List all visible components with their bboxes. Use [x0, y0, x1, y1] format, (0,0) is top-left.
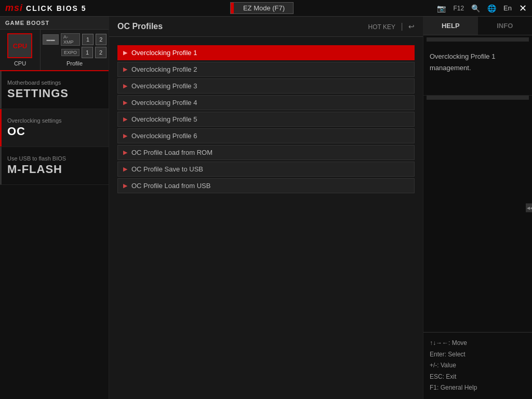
info-tab-label: INFO	[497, 22, 513, 30]
top-bar: msi CLICK BIOS 5 EZ Mode (F7) 📷 F12 🔍 🌐 …	[0, 0, 532, 17]
help-tab-label: HELP	[442, 22, 460, 30]
profile-label-6: Overclocking Profile 6	[131, 132, 197, 140]
back-icon[interactable]: ↩	[408, 22, 415, 31]
hot-key-label: HOT KEY	[368, 23, 395, 31]
cpu-label-text: CPU	[14, 60, 26, 66]
profile-label-load-rom: OC Profile Load from ROM	[131, 149, 212, 156]
arrow-6: ▶	[123, 132, 127, 139]
hot-key-area: HOT KEY | ↩	[368, 22, 415, 31]
app-logo: msi CLICK BIOS 5	[5, 3, 87, 14]
globe-icon[interactable]: 🌐	[487, 4, 496, 12]
info-tab[interactable]: INFO	[478, 17, 533, 35]
cpu-block[interactable]: CPU CPU	[0, 30, 41, 70]
f12-label: F12	[453, 5, 464, 12]
sidebar-item-mflash[interactable]: Use USB to flash BIOS M-FLASH	[0, 147, 109, 185]
right-panel: HELP INFO Overclocking Profile 1 managem…	[423, 17, 532, 399]
arrow-save-usb: ▶	[123, 166, 127, 172]
profiles-list: ▶ Overclocking Profile 1 ▶ Overclocking …	[109, 37, 423, 203]
profile-label-2: Overclocking Profile 2	[131, 65, 197, 73]
mflash-sub-label: Use USB to flash BIOS	[7, 155, 101, 162]
top-right-actions: 📷 F12 🔍 🌐 En ✕	[437, 3, 527, 14]
profile-label-3: Overclocking Profile 3	[131, 82, 197, 90]
help-content: Overclocking Profile 1 management.	[423, 44, 532, 96]
ez-mode-label: EZ Mode (F7)	[243, 4, 285, 12]
camera-icon[interactable]: 📷	[437, 4, 446, 12]
profile-item-6[interactable]: ▶ Overclocking Profile 6	[117, 128, 415, 143]
axmp-btn1[interactable]: 1	[82, 34, 93, 45]
axmp-btn2[interactable]: 2	[96, 34, 107, 45]
arrow-5: ▶	[123, 116, 127, 123]
profile-item-4[interactable]: ▶ Overclocking Profile 4	[117, 95, 415, 110]
profile-block: ▬▬ A-XMP 1 2 EXPO 1 2 Profile	[41, 30, 109, 70]
oc-profiles-header: OC Profiles HOT KEY | ↩	[109, 17, 423, 37]
sidebar-item-settings[interactable]: Motherboard settings SETTINGS	[0, 71, 109, 109]
help-info-tabs: HELP INFO	[423, 17, 532, 35]
help-tab[interactable]: HELP	[423, 17, 478, 35]
divider: |	[401, 22, 403, 31]
axmp-row: ▬▬ A-XMP 1 2	[43, 33, 107, 46]
help-footer: ↑↓→←: Move Enter: Select +/-: Value ESC:…	[423, 332, 532, 399]
profile-item-load-rom[interactable]: ▶ OC Profile Load from ROM	[117, 145, 415, 160]
oc-profiles-title: OC Profiles	[117, 22, 163, 31]
settings-sub-label: Motherboard settings	[7, 79, 101, 86]
footer-value: +/-: Value	[430, 360, 526, 371]
profile-item-load-usb[interactable]: ▶ OC Profile Load from USB	[117, 178, 415, 193]
profile-label-5: Overclocking Profile 5	[131, 115, 197, 123]
expo-btn1[interactable]: 1	[82, 47, 93, 58]
profile-item-2[interactable]: ▶ Overclocking Profile 2	[117, 62, 415, 77]
language-label[interactable]: En	[503, 4, 512, 12]
expo-label: EXPO	[61, 49, 79, 56]
profile-item-save-usb[interactable]: ▶ OC Profile Save to USB	[117, 162, 415, 177]
panel-expand-button[interactable]: ◀◀	[526, 204, 532, 212]
left-sidebar: GAME BOOST CPU CPU ▬▬ A-XMP 1 2 EXPO 1 2…	[0, 17, 109, 399]
profile-label-save-usb: OC Profile Save to USB	[131, 165, 203, 173]
oc-main-label: OC	[7, 125, 101, 138]
profile-label: Profile	[66, 60, 83, 66]
help-text: Overclocking Profile 1 management.	[430, 52, 495, 72]
footer-select: Enter: Select	[430, 349, 526, 361]
logo-text: CLICK BIOS 5	[26, 4, 87, 12]
search-icon[interactable]: 🔍	[471, 4, 480, 12]
cpu-profile-area: CPU CPU ▬▬ A-XMP 1 2 EXPO 1 2 Profile	[0, 30, 109, 71]
main-content: OC Profiles HOT KEY | ↩ ▶ Overclocking P…	[109, 17, 423, 399]
arrow-load-usb: ▶	[123, 182, 127, 189]
game-boost-header: GAME BOOST	[0, 17, 109, 30]
profile-item-3[interactable]: ▶ Overclocking Profile 3	[117, 78, 415, 94]
sidebar-item-oc[interactable]: Overclocking settings OC	[0, 109, 109, 147]
scroll-indicator-bottom	[427, 96, 529, 100]
arrow-1: ▶	[123, 49, 127, 56]
game-boost-label: GAME BOOST	[5, 20, 49, 26]
arrow-4: ▶	[123, 99, 127, 106]
settings-main-label: SETTINGS	[7, 87, 101, 100]
mflash-main-label: M-FLASH	[7, 163, 101, 176]
footer-move: ↑↓→←: Move	[430, 338, 526, 349]
oc-sub-label: Overclocking settings	[7, 117, 101, 124]
profile-label-1: Overclocking Profile 1	[131, 49, 197, 57]
scroll-indicator-top	[427, 37, 529, 42]
close-button[interactable]: ✕	[519, 3, 527, 14]
axmp-label: A-XMP	[61, 33, 81, 46]
profile-label-load-usb: OC Profile Load from USB	[131, 182, 210, 190]
expo-btn2[interactable]: 2	[95, 47, 107, 58]
arrow-load-rom: ▶	[123, 149, 127, 156]
cpu-icon: CPU	[7, 33, 32, 58]
profile-dimm-icon: ▬▬	[43, 34, 59, 45]
footer-f1: F1: General Help	[430, 382, 526, 394]
profile-label-4: Overclocking Profile 4	[131, 99, 197, 107]
profile-item-1[interactable]: ▶ Overclocking Profile 1	[117, 45, 415, 60]
arrow-2: ▶	[123, 66, 127, 73]
profile-item-5[interactable]: ▶ Overclocking Profile 5	[117, 112, 415, 127]
arrow-3: ▶	[123, 83, 127, 89]
expo-row: EXPO 1 2	[43, 47, 107, 58]
ez-mode-button[interactable]: EZ Mode (F7)	[230, 2, 294, 14]
footer-esc: ESC: Exit	[430, 371, 526, 383]
